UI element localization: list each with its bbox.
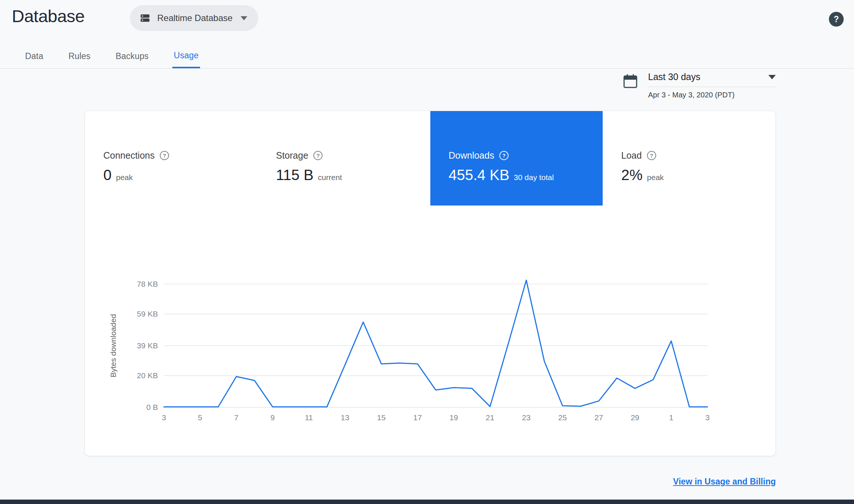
svg-text:27: 27 [595, 413, 603, 422]
svg-text:59 KB: 59 KB [137, 310, 158, 318]
tab-data[interactable]: Data [24, 44, 45, 68]
svg-text:21: 21 [486, 413, 494, 422]
help-icon[interactable]: ? [647, 151, 656, 160]
metric-tab-downloads[interactable]: Downloads ? 455.4 KB 30 day total [430, 111, 603, 206]
svg-text:20 KB: 20 KB [137, 371, 158, 380]
bottom-bar [0, 500, 854, 504]
database-selector-label: Realtime Database [157, 13, 233, 23]
usage-chart: 0 B20 KB39 KB59 KB78 KB35791113151719212… [107, 273, 727, 432]
metric-value: 115 B [276, 167, 314, 183]
help-icon[interactable]: ? [499, 151, 509, 160]
help-icon: ? [834, 14, 839, 24]
svg-text:29: 29 [631, 413, 639, 422]
svg-text:1: 1 [669, 413, 674, 422]
metric-suffix: current [318, 173, 342, 182]
tab-usage[interactable]: Usage [172, 44, 200, 68]
tab-rules[interactable]: Rules [67, 44, 92, 68]
database-icon [140, 13, 151, 24]
metric-value: 455.4 KB [449, 167, 510, 183]
help-icon[interactable]: ? [313, 151, 323, 160]
svg-text:3: 3 [162, 413, 166, 422]
chevron-down-icon [241, 16, 247, 20]
database-usage-page: Database Realtime Database ? Data Rules … [0, 0, 854, 504]
view-usage-billing-link[interactable]: View in Usage and Billing [673, 477, 776, 487]
svg-text:17: 17 [413, 413, 422, 422]
svg-text:19: 19 [450, 413, 458, 422]
help-icon[interactable]: ? [160, 151, 169, 160]
chevron-down-icon [768, 75, 776, 79]
metric-tab-load[interactable]: Load ? 2% peak [603, 111, 775, 206]
svg-text:39 KB: 39 KB [137, 341, 158, 350]
metric-value: 2% [621, 167, 643, 183]
svg-text:11: 11 [305, 413, 313, 422]
svg-text:78 KB: 78 KB [137, 280, 158, 288]
tab-backups[interactable]: Backups [114, 44, 150, 68]
metric-suffix: peak [116, 173, 133, 182]
metric-label: Load [621, 150, 642, 161]
svg-text:23: 23 [522, 413, 530, 422]
calendar-icon [622, 73, 638, 91]
database-selector[interactable]: Realtime Database [130, 5, 258, 31]
tabbar: Data Rules Backups Usage [0, 44, 854, 69]
help-button[interactable]: ? [829, 12, 844, 27]
svg-text:13: 13 [341, 413, 349, 422]
usage-card: Connections ? 0 peak Storage ? 115 B cur… [85, 111, 776, 456]
svg-text:7: 7 [234, 413, 239, 422]
svg-text:15: 15 [377, 413, 386, 422]
date-range-label: Last 30 days [648, 72, 700, 82]
metric-label: Downloads [449, 150, 495, 161]
metric-suffix: 30 day total [514, 173, 554, 182]
svg-text:25: 25 [558, 413, 567, 422]
svg-text:5: 5 [198, 413, 202, 422]
date-range-detail: Apr 3 - May 3, 2020 (PDT) [648, 91, 776, 99]
metric-label: Connections [103, 150, 155, 161]
metric-tabs: Connections ? 0 peak Storage ? 115 B cur… [85, 111, 775, 206]
metric-value: 0 [103, 167, 111, 183]
metric-suffix: peak [647, 173, 664, 182]
metric-tab-connections[interactable]: Connections ? 0 peak [85, 111, 258, 206]
metric-label: Storage [276, 150, 309, 161]
svg-text:9: 9 [271, 413, 275, 422]
metric-tab-storage[interactable]: Storage ? 115 B current [258, 111, 430, 206]
svg-text:0 B: 0 B [146, 403, 158, 411]
svg-text:Bytes downloaded: Bytes downloaded [109, 314, 117, 377]
date-range-selector[interactable]: Last 30 days Apr 3 - May 3, 2020 (PDT) [648, 72, 776, 99]
page-title: Database [12, 6, 85, 26]
svg-text:3: 3 [705, 413, 710, 422]
